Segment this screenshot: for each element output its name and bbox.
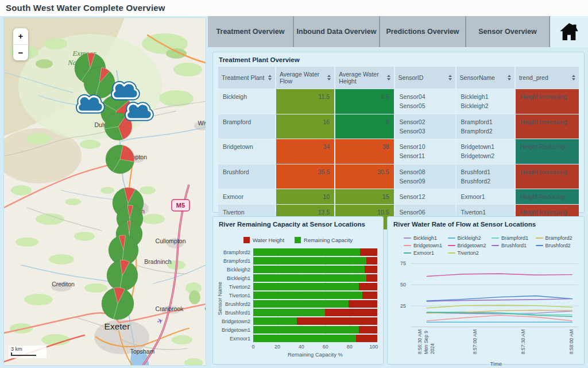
- bar-track[interactable]: [253, 326, 377, 334]
- legend-item-exmoor1[interactable]: Exmoor1: [404, 250, 448, 256]
- capacity-legend: Water Height Remaining Capacity: [213, 237, 383, 243]
- bar-label: Bickleigh2: [227, 267, 253, 273]
- table-row: Exmoor1015Sensor12Exmoor1Height Reducing: [218, 189, 579, 204]
- height-cell: 38: [335, 139, 393, 164]
- legend-swatch-red: [243, 237, 250, 243]
- legend-remaining-capacity[interactable]: Remaining Capacity: [295, 237, 353, 243]
- town-crediton: Crediton: [52, 281, 75, 288]
- legend-swatch-green: [295, 237, 301, 243]
- legend-water-height[interactable]: Water Height: [243, 237, 284, 243]
- bar-track[interactable]: [253, 292, 377, 299]
- trend-cell: Height Reducing: [516, 139, 579, 164]
- legend-item-brushford2[interactable]: Brushford2: [536, 243, 580, 248]
- water-height-bar: [325, 309, 377, 316]
- col-sensor-name[interactable]: SensorName: [457, 67, 514, 89]
- y-tick: 75: [400, 260, 408, 266]
- table-row: Bridgetown3438Sensor10Sensor11Bridgetown…: [218, 139, 579, 164]
- remaining-capacity-bar: [253, 292, 362, 299]
- sort-icon: [508, 75, 511, 80]
- zoom-in-button[interactable]: +: [13, 28, 28, 45]
- table-row: Bickleigh11.56.5Sensor04Sensor05Bickleig…: [218, 89, 579, 114]
- map-pie-marker[interactable]: [106, 145, 134, 174]
- home-button[interactable]: [550, 16, 588, 47]
- weather-cloud-icon[interactable]: [113, 83, 138, 98]
- water-height-bar: [360, 248, 377, 256]
- treatment-table: Treatment Plant Average Water Flow Avera…: [217, 66, 580, 230]
- remaining-capacity-bar: [253, 283, 359, 290]
- water-height-bar: [297, 317, 377, 325]
- x-tick: 8:57:30 AM: [521, 329, 527, 354]
- legend-swatch: [448, 252, 455, 254]
- legend-item-bickleigh2[interactable]: Bickleigh2: [448, 235, 492, 241]
- bar-track[interactable]: [253, 317, 377, 325]
- zoom-out-button[interactable]: −: [13, 45, 28, 61]
- col-sensor-id[interactable]: SensorID: [395, 67, 455, 89]
- legend-item-brushford1[interactable]: Brushford1: [492, 243, 536, 248]
- x-tick: 80: [347, 344, 353, 350]
- col-trend-pred[interactable]: trend_pred: [516, 67, 579, 89]
- map[interactable]: Exmoor National Park Dulverton Wivelisco…: [3, 17, 206, 366]
- col-average-water-flow[interactable]: Average Water Flow: [276, 67, 334, 89]
- capacity-chart-panel: River Remaining Capacity at Sensor Locat…: [212, 216, 384, 365]
- remaining-capacity-bar: [253, 300, 349, 308]
- bar-track[interactable]: [253, 266, 377, 273]
- map-pie-marker[interactable]: [102, 288, 134, 320]
- bar-track[interactable]: [253, 257, 377, 264]
- remaining-capacity-bar: [253, 257, 366, 264]
- bar-track[interactable]: [253, 283, 377, 290]
- flow-cell: 16: [276, 114, 334, 139]
- x-tick: 8:58:00 AM: [569, 329, 575, 354]
- col-treatment-plant[interactable]: Treatment Plant: [218, 67, 275, 89]
- flow-cell: 11.5: [276, 89, 334, 114]
- legend-swatch: [536, 245, 543, 246]
- plant-cell: Brampford: [218, 114, 275, 139]
- remaining-capacity-bar: [253, 266, 365, 273]
- weather-cloud-icon[interactable]: [78, 96, 103, 112]
- bar-row: Brushford2: [253, 300, 377, 308]
- remaining-capacity-bar: [253, 326, 359, 334]
- treatment-panel-title: Treatment Plant Overview: [213, 52, 584, 65]
- legend-item-bridgetown2[interactable]: Bridgetown2: [448, 243, 492, 248]
- plant-cell: Exmoor: [218, 189, 275, 204]
- bar-track[interactable]: [253, 335, 377, 342]
- sensor-id-cell: Sensor02Sensor03: [395, 114, 455, 139]
- tab-treatment-overview[interactable]: Treatment Overview: [208, 16, 294, 47]
- legend-label: Brushford1: [501, 243, 527, 248]
- bar-track[interactable]: [253, 274, 377, 282]
- weather-cloud-icon[interactable]: [127, 103, 152, 119]
- map-pie-marker[interactable]: [84, 67, 115, 98]
- sort-icon: [448, 75, 452, 80]
- x-tick: 0: [252, 344, 254, 350]
- plant-cell: Bridgetown: [218, 139, 275, 164]
- dashboard: South West Water Complete Overview: [0, 0, 588, 368]
- legend-item-brampford1[interactable]: Brampford1: [492, 235, 536, 241]
- bar-label: Tiverton2: [229, 284, 253, 290]
- treatment-plant-overview-panel: Treatment Plant Overview Treatment Plant…: [212, 52, 585, 213]
- capacity-xlabel: Remaining Capacity %: [253, 351, 377, 358]
- tab-predictions-overview[interactable]: Predictions Overview: [380, 16, 466, 47]
- legend-item-brampford2[interactable]: Brampford2: [536, 235, 580, 241]
- col-average-water-height[interactable]: Average Water Height: [335, 67, 393, 89]
- tab-inbound-data-overview[interactable]: Inbound Data Overview: [294, 16, 380, 47]
- bar-track[interactable]: [253, 309, 377, 316]
- trend-cell: Height Increasing: [516, 89, 579, 114]
- legend-label: Bickleigh1: [413, 235, 437, 241]
- bar-track[interactable]: [253, 300, 377, 308]
- legend-item-bridgetown1[interactable]: Bridgetown1: [404, 243, 448, 248]
- x-tick: 8:57:00 AM: [473, 329, 478, 354]
- remaining-capacity-bar: [253, 335, 356, 342]
- tab-sensor-overview[interactable]: Sensor Overview: [466, 16, 550, 47]
- home-icon: [558, 20, 581, 43]
- map-scale-bar: [11, 352, 36, 356]
- legend-item-bickleigh1[interactable]: Bickleigh1: [404, 235, 448, 241]
- bar-row: Bridgetown1: [253, 325, 377, 334]
- page-title: South West Water Complete Overview: [6, 3, 165, 13]
- remaining-capacity-bar: [253, 248, 360, 256]
- bar-track[interactable]: [253, 248, 377, 256]
- bar-label: Brushford2: [225, 301, 253, 307]
- legend-item-tiverton2[interactable]: Tiverton2: [448, 250, 492, 256]
- map-scale-label: 3 km: [11, 346, 44, 352]
- flow-xaxis: 8:56:30 AMMon Sep 920248:57:00 AM8:57:30…: [408, 328, 578, 361]
- trend-cell: Height Increasing: [516, 114, 579, 139]
- map-pie-marker[interactable]: [107, 260, 138, 291]
